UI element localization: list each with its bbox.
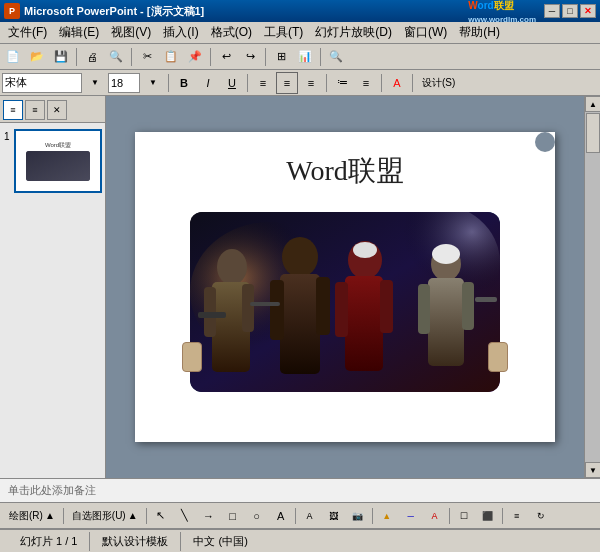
clip-art-tool[interactable]: 🖼 bbox=[323, 505, 345, 527]
text-tool[interactable]: A bbox=[270, 505, 292, 527]
line-tool[interactable]: ╲ bbox=[174, 505, 196, 527]
scroll-track[interactable] bbox=[585, 112, 600, 462]
bold-button[interactable]: B bbox=[173, 72, 195, 94]
bullets-button[interactable]: ≡ bbox=[355, 72, 377, 94]
svg-rect-11 bbox=[198, 312, 226, 318]
font-dropdown-button[interactable]: ▼ bbox=[84, 72, 106, 94]
thumb-svg: Word联盟 bbox=[18, 133, 98, 189]
menu-slideshow[interactable]: 幻灯片放映(D) bbox=[309, 22, 398, 43]
window-title: Microsoft PowerPoint - [演示文稿1] bbox=[24, 4, 468, 19]
wordart-tool[interactable]: A bbox=[299, 505, 321, 527]
font-name-input[interactable] bbox=[2, 73, 82, 93]
close-button[interactable]: ✕ bbox=[580, 4, 596, 18]
print-button[interactable]: 🖨 bbox=[81, 46, 103, 68]
draw-sep6 bbox=[502, 508, 503, 524]
cut-button[interactable]: ✂ bbox=[136, 46, 158, 68]
svg-rect-17 bbox=[345, 276, 383, 371]
menu-insert[interactable]: 插入(I) bbox=[157, 22, 204, 43]
line-color-btn[interactable]: ─ bbox=[400, 505, 422, 527]
sep2 bbox=[131, 48, 132, 66]
oval-tool[interactable]: ○ bbox=[246, 505, 268, 527]
font-color-button[interactable]: A bbox=[386, 72, 408, 94]
menu-tools[interactable]: 工具(T) bbox=[258, 22, 309, 43]
scroll-thumb[interactable] bbox=[586, 113, 600, 153]
redo-button[interactable]: ↪ bbox=[239, 46, 261, 68]
slide-tab[interactable]: ≡ bbox=[3, 100, 23, 120]
save-button[interactable]: 💾 bbox=[50, 46, 72, 68]
numbering-button[interactable]: ≔ bbox=[331, 72, 353, 94]
sep4 bbox=[265, 48, 266, 66]
rotate-btn[interactable]: ↻ bbox=[530, 505, 552, 527]
svg-rect-27 bbox=[250, 302, 280, 306]
draw-sep4 bbox=[372, 508, 373, 524]
svg-rect-15 bbox=[316, 277, 330, 335]
font-size-input[interactable] bbox=[108, 73, 140, 93]
thumb-preview: Word联盟 bbox=[18, 133, 98, 189]
menu-window[interactable]: 窗口(W) bbox=[398, 22, 453, 43]
outline-tab[interactable]: ≡ bbox=[25, 100, 45, 120]
copy-button[interactable]: 📋 bbox=[160, 46, 182, 68]
vertical-scrollbar[interactable]: ▲ ▼ bbox=[584, 96, 600, 478]
scroll-down-button[interactable]: ▼ bbox=[585, 462, 600, 478]
size-dropdown-button[interactable]: ▼ bbox=[142, 72, 164, 94]
menu-format[interactable]: 格式(O) bbox=[205, 22, 258, 43]
shapes-button[interactable]: 自选图形(U) ▲ bbox=[67, 506, 143, 526]
slide-image-container[interactable] bbox=[190, 212, 500, 392]
zoom-button[interactable]: 🔍 bbox=[325, 46, 347, 68]
undo-button[interactable]: ↩ bbox=[215, 46, 237, 68]
arrow-tool[interactable]: → bbox=[198, 505, 220, 527]
draw-sep5 bbox=[449, 508, 450, 524]
underline-button[interactable]: U bbox=[221, 72, 243, 94]
app-icon: P bbox=[4, 3, 20, 19]
paste-button[interactable]: 📌 bbox=[184, 46, 206, 68]
sep1 bbox=[76, 48, 77, 66]
menu-file[interactable]: 文件(F) bbox=[2, 22, 53, 43]
restore-button[interactable]: □ bbox=[562, 4, 578, 18]
fill-color-btn[interactable]: ▲ bbox=[376, 505, 398, 527]
template-status: 默认设计模板 bbox=[90, 532, 181, 551]
draw-label: 绘图(R) bbox=[9, 509, 43, 523]
corner-handle[interactable] bbox=[535, 132, 555, 152]
draw-sep2 bbox=[146, 508, 147, 524]
svg-rect-13 bbox=[280, 274, 320, 374]
rect-tool[interactable]: □ bbox=[222, 505, 244, 527]
slide-thumbnail-1[interactable]: Word联盟 bbox=[14, 129, 102, 193]
cursor-tool[interactable]: ↖ bbox=[150, 505, 172, 527]
draw-menu-button[interactable]: 绘图(R) ▲ bbox=[4, 506, 60, 526]
notes-placeholder: 单击此处添加备注 bbox=[8, 483, 96, 498]
notes-area[interactable]: 单击此处添加备注 bbox=[0, 478, 600, 502]
slide-canvas[interactable]: Word联盟 bbox=[135, 132, 555, 442]
open-button[interactable]: 📂 bbox=[26, 46, 48, 68]
align-right-button[interactable]: ≡ bbox=[300, 72, 322, 94]
font-color-btn2[interactable]: A bbox=[424, 505, 446, 527]
menu-bar: 文件(F) 编辑(E) 视图(V) 插入(I) 格式(O) 工具(T) 幻灯片放… bbox=[0, 22, 600, 44]
shadow-btn[interactable]: ☐ bbox=[453, 505, 475, 527]
picture-tool[interactable]: 📷 bbox=[347, 505, 369, 527]
insert-chart-button[interactable]: 📊 bbox=[294, 46, 316, 68]
italic-button[interactable]: I bbox=[197, 72, 219, 94]
logo-lm: 联盟 bbox=[494, 0, 514, 11]
svg-rect-24 bbox=[462, 282, 474, 330]
menu-help[interactable]: 帮助(H) bbox=[453, 22, 506, 43]
svg-point-12 bbox=[282, 237, 318, 277]
close-panel-btn[interactable]: ✕ bbox=[47, 100, 67, 120]
view-mode-tabs: ≡ ≡ ✕ bbox=[0, 96, 105, 123]
align-distribute-btn[interactable]: ≡ bbox=[506, 505, 528, 527]
insert-table-button[interactable]: ⊞ bbox=[270, 46, 292, 68]
svg-rect-22 bbox=[428, 278, 464, 366]
menu-view[interactable]: 视图(V) bbox=[105, 22, 157, 43]
minimize-button[interactable]: ─ bbox=[544, 4, 560, 18]
scroll-up-button[interactable]: ▲ bbox=[585, 96, 600, 112]
align-left-button[interactable]: ≡ bbox=[252, 72, 274, 94]
align-center-button[interactable]: ≡ bbox=[276, 72, 298, 94]
svg-rect-3 bbox=[26, 151, 90, 181]
design-button[interactable]: 设计(S) bbox=[417, 72, 460, 94]
new-button[interactable]: 📄 bbox=[2, 46, 24, 68]
game-image[interactable] bbox=[190, 212, 500, 392]
menu-edit[interactable]: 编辑(E) bbox=[53, 22, 105, 43]
slide-title-text[interactable]: Word联盟 bbox=[135, 152, 555, 190]
canvas-area: Word联盟 bbox=[106, 96, 584, 478]
preview-button[interactable]: 🔍 bbox=[105, 46, 127, 68]
3d-btn[interactable]: ⬛ bbox=[477, 505, 499, 527]
characters-svg bbox=[190, 212, 500, 392]
